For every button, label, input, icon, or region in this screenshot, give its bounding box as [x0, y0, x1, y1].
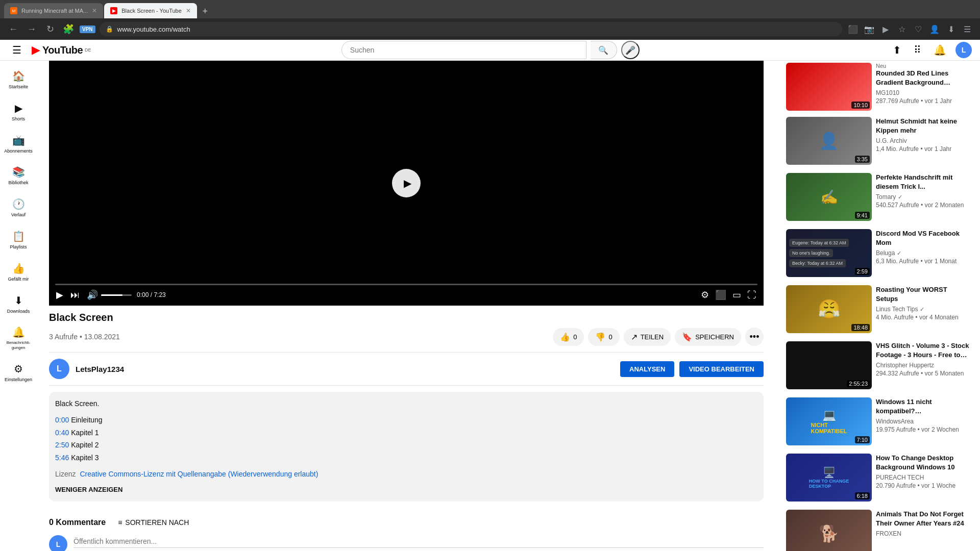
comments-count: 0 Kommentare	[49, 518, 106, 527]
sv-badge-0: Neu	[876, 63, 970, 69]
comments-section: 0 Kommentare ≡ SORTIEREN NACH L	[49, 518, 764, 551]
camera-icon[interactable]: 📷	[863, 22, 876, 36]
chapter-0-time[interactable]: 0:00	[55, 416, 69, 424]
sidebar-video-5[interactable]: 2:55:23 VHS Glitch - Volume 3 - Stock Fo…	[784, 339, 972, 391]
url-bar[interactable]: 🔒 www.youtube.com/watch	[100, 22, 842, 36]
sv-info-4: Roasting Your WORST Setups Linus Tech Ti…	[876, 285, 970, 333]
tab-favicon-youtube: ▶	[110, 7, 117, 14]
chapter-0-label: Einleitung	[71, 416, 103, 424]
time-display: 0:00 / 7:23	[137, 291, 166, 298]
apps-icon[interactable]: ⠿	[911, 41, 924, 59]
sidebar-item-home[interactable]: 🏠 Startseite	[2, 65, 35, 95]
next-button[interactable]: ⏭	[69, 289, 81, 302]
sidebar-label-subscriptions: Abonne­ments	[4, 148, 33, 154]
dislike-button[interactable]: 👎 0	[588, 328, 619, 346]
sidebar-item-playlists[interactable]: 📋 Playlists	[2, 225, 35, 255]
lock-icon: 🔒	[106, 26, 113, 33]
save-button[interactable]: 🔖 SPEICHERN	[675, 328, 741, 346]
search-input[interactable]	[341, 41, 586, 59]
like-button[interactable]: 👍 0	[553, 328, 584, 346]
tab-youtube[interactable]: ▶ Black Screen - YouTube ✕	[104, 3, 197, 18]
progress-bar[interactable]	[55, 284, 757, 285]
comment-input[interactable]	[74, 535, 764, 548]
sv-duration-2: 9:41	[855, 212, 870, 219]
extensions-button[interactable]: 🧩	[61, 22, 76, 36]
bell-icon[interactable]: 🔔	[930, 41, 949, 59]
upload-icon[interactable]: ⬆	[890, 41, 904, 59]
sidebar-video-7[interactable]: 🖥️ HOW TO CHANGEDESKTOP 6:18 How To Chan…	[784, 452, 972, 504]
forward-nav-icon[interactable]: ▶	[879, 22, 892, 36]
miniplayer-button[interactable]: ⬛	[714, 288, 727, 302]
youtube-logo[interactable]: ▶ YouTube DE	[32, 43, 91, 57]
sidebar-item-liked[interactable]: 👍 Gefällt mir	[2, 257, 35, 287]
sidebar-video-6[interactable]: 💻 NICHTKOMPATIBEL 7:10 Windows 11 nicht …	[784, 395, 972, 447]
channel-avatar[interactable]: L	[49, 359, 69, 379]
sv-channel-7: PUREACH TECH	[876, 474, 970, 481]
hamburger-menu[interactable]: ☰	[8, 40, 26, 60]
sidebar-item-settings[interactable]: ⚙ Einstellungen	[2, 358, 35, 388]
volume-button[interactable]: 🔊	[86, 288, 99, 302]
sidebar-video-4[interactable]: 😤 18:48 Roasting Your WORST Setups Linus…	[784, 283, 972, 335]
liked-icon: 👍	[12, 262, 25, 274]
sidebar-item-history[interactable]: 🕐 Verlauf	[2, 193, 35, 223]
sort-button[interactable]: ≡ SORTIEREN NACH	[118, 518, 189, 527]
profile-icon[interactable]: 👤	[928, 22, 941, 36]
sidebar-item-shorts[interactable]: ▶ Shorts	[2, 97, 35, 127]
sidebar-video-3[interactable]: Eugene: Today at 6:32 AM No one's laughi…	[784, 227, 972, 279]
tab-favicon-minecraft: M	[10, 7, 17, 14]
fullscreen-button[interactable]: ⛶	[746, 289, 757, 302]
sv-thumb-0: 10:10	[786, 63, 872, 111]
channel-name[interactable]: LetsPlay1234	[76, 365, 124, 373]
sv-title-1: Helmut Schmidt hat keine Kippen mehr	[876, 117, 970, 135]
extensions-icon[interactable]: ⬛	[846, 22, 860, 36]
sidebar-video-2[interactable]: ✍ 9:41 Perfekte Handschrift mit diesem T…	[784, 171, 972, 223]
sv-channel-2: Tomary ✓	[876, 193, 970, 201]
analysen-button[interactable]: ANALYSEN	[620, 361, 674, 377]
youtube-logo-text: YouTube	[42, 44, 83, 56]
edit-video-button[interactable]: VIDEO BEARBEITEN	[679, 361, 764, 377]
user-avatar[interactable]: L	[955, 42, 972, 58]
back-button[interactable]: ←	[6, 22, 20, 36]
reload-button[interactable]: ↻	[43, 22, 57, 36]
sidebar-item-notifications[interactable]: 🔔 Benachrichti­gungen	[2, 321, 35, 355]
video-player[interactable]: ▶ ⏭ 🔊 0:00 / 7:23	[49, 61, 764, 306]
sidebar-video-1[interactable]: 👤 3:35 Helmut Schmidt hat keine Kippen m…	[784, 115, 972, 167]
share-button[interactable]: ↗ TEILEN	[624, 328, 671, 346]
new-tab-button[interactable]: +	[198, 4, 212, 18]
heart-icon[interactable]: ♡	[912, 22, 925, 36]
more-actions-button[interactable]: •••	[745, 328, 764, 346]
play-pause-button[interactable]: ▶	[55, 288, 64, 302]
volume-slider: 🔊	[86, 288, 132, 302]
sidebar-item-subscriptions[interactable]: 📺 Abonne­ments	[2, 129, 35, 159]
sidebar-video-0[interactable]: 10:10 Neu Rounded 3D Red Lines Gradient …	[784, 61, 972, 113]
tab-close-youtube[interactable]: ✕	[186, 7, 191, 14]
share-icon: ↗	[631, 332, 638, 342]
license-link[interactable]: Creative Commons-Lizenz mit Quellenangab…	[80, 468, 318, 480]
header-left: ☰ ▶ YouTube DE	[8, 40, 91, 60]
download-icon[interactable]: ⬇	[944, 22, 958, 36]
mic-button[interactable]: 🎤	[621, 41, 640, 59]
sidebar-item-library[interactable]: 📚 Bibliothek	[2, 161, 35, 191]
sidebar-video-8[interactable]: 🐕 Animals That Do Not Forget Their Owner…	[784, 508, 972, 551]
sv-channel-0: MG1010	[876, 89, 970, 96]
home-icon: 🏠	[12, 70, 25, 82]
menu-icon[interactable]: ☰	[961, 22, 974, 36]
chapter-3-label: Kapitel 3	[71, 454, 99, 462]
sv-title-5: VHS Glitch - Volume 3 - Stock Footage - …	[876, 341, 970, 360]
play-button-big[interactable]	[392, 169, 421, 197]
volume-bar[interactable]	[101, 294, 132, 296]
chapter-2-time[interactable]: 2:50	[55, 441, 69, 449]
chapter-3-time[interactable]: 5:46	[55, 454, 69, 462]
tab-minecraft[interactable]: M Running Minecraft at MA... ✕	[4, 3, 103, 18]
sidebar-item-downloads[interactable]: ⬇ Downloads	[2, 289, 35, 319]
settings-ctrl-button[interactable]: ⚙	[700, 288, 710, 302]
tab-close-minecraft[interactable]: ✕	[92, 7, 97, 14]
chapter-3: 5:46 Kapitel 3	[55, 452, 757, 463]
less-button[interactable]: WENIGER ANZEIGEN	[55, 486, 122, 493]
chapter-1-time[interactable]: 0:40	[55, 429, 69, 437]
bookmark-icon[interactable]: ☆	[895, 22, 909, 36]
forward-button[interactable]: →	[24, 22, 39, 36]
browser-chrome: M Running Minecraft at MA... ✕ ▶ Black S…	[0, 0, 980, 18]
theater-button[interactable]: ▭	[731, 288, 742, 302]
search-button[interactable]: 🔍	[591, 41, 617, 59]
